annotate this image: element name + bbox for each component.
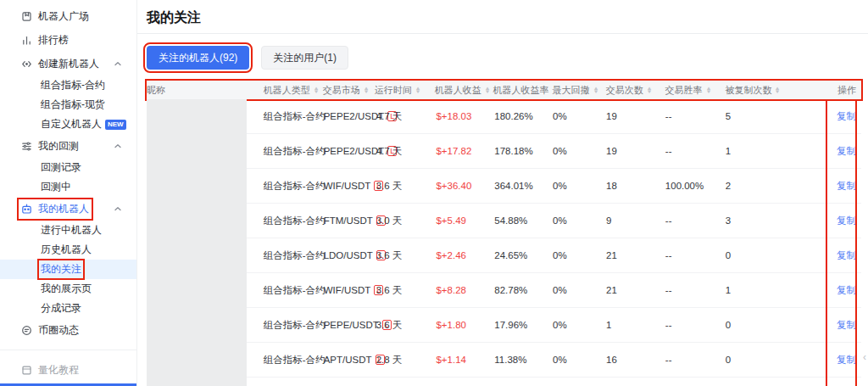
sort-icon[interactable]: ▲▼ bbox=[706, 87, 711, 93]
chevron-up-icon[interactable] bbox=[114, 205, 122, 212]
cell-profit-rate-text: 82.78% bbox=[494, 285, 527, 295]
column-header-label: 运行时间 bbox=[375, 84, 412, 97]
copy-button-text[interactable]: 复制 bbox=[837, 355, 856, 365]
cell-robot-type: 组合指标-合约 bbox=[264, 354, 324, 366]
copy-button[interactable]: 复制 bbox=[827, 145, 861, 158]
copy-button-text[interactable]: 复制 bbox=[837, 146, 856, 156]
cell-win-rate-text: -- bbox=[665, 320, 672, 330]
copy-button-text[interactable]: 复制 bbox=[837, 250, 856, 260]
sidebar-item-我的回测[interactable]: 我的回测 bbox=[0, 134, 136, 158]
sidebar-item-content: 进行中机器人 bbox=[41, 223, 102, 238]
column-header-机器人收益[interactable]: 机器人收益▲▼ bbox=[435, 81, 493, 99]
leaderboard-icon bbox=[21, 35, 32, 46]
copy-button[interactable]: 复制 bbox=[827, 180, 861, 193]
column-header-最大回撤[interactable]: 最大回撤▲▼ bbox=[553, 81, 606, 99]
sidebar-item-content: 分成记录 bbox=[41, 301, 81, 316]
copy-button[interactable]: 复制 bbox=[827, 354, 861, 366]
copy-button[interactable]: 复制 bbox=[827, 110, 861, 123]
cell-runtime: 3.6 天 bbox=[376, 319, 437, 332]
cell-win-rate: 100.00% bbox=[665, 181, 726, 191]
sidebar-item-量化教程[interactable]: 量化教程 bbox=[0, 358, 136, 382]
sidebar-item-回测中[interactable]: 回测中 bbox=[0, 177, 136, 197]
sidebar-item-币圈动态[interactable]: 币圈动态 bbox=[0, 318, 136, 342]
column-header-交易胜率[interactable]: 交易胜率▲▼ bbox=[665, 81, 726, 99]
copy-button[interactable]: 复制 bbox=[827, 284, 861, 297]
sidebar-item-机器人广场[interactable]: 机器人广场 bbox=[0, 4, 136, 28]
cell-trade-count-text: 21 bbox=[606, 285, 617, 295]
chevron-up-icon[interactable] bbox=[114, 143, 122, 149]
sort-icon[interactable]: ▲▼ bbox=[485, 87, 490, 93]
sidebar-item-分成记录[interactable]: 分成记录 bbox=[0, 299, 136, 318]
sidebar-item-回测记录[interactable]: 回测记录 bbox=[0, 158, 136, 177]
tab-followed-users[interactable]: 关注的用户(1) bbox=[261, 46, 348, 70]
tab-followed-robots[interactable]: 关注的机器人(92) bbox=[147, 46, 249, 70]
sidebar-item-我的展示页[interactable]: 我的展示页 bbox=[0, 279, 136, 299]
sidebar: 机器人广场排行榜创建新机器人组合指标-合约组合指标-现货自定义机器人NEW我的回… bbox=[0, 0, 137, 386]
sort-icon[interactable]: ▲▼ bbox=[593, 87, 598, 93]
copy-button-text[interactable]: 复制 bbox=[837, 285, 856, 295]
collapse-panel-icon[interactable]: ‹ bbox=[863, 351, 866, 363]
chevron-up-icon[interactable] bbox=[114, 60, 122, 67]
cell-runtime-text: 3.0 天 bbox=[376, 215, 403, 226]
cell-profit-text: $+1.14 bbox=[436, 355, 466, 365]
cell-profit: $+18.03 bbox=[436, 111, 494, 121]
column-header-机器人类型[interactable]: 机器人类型▲▼ bbox=[264, 81, 323, 99]
cell-profit-text: $+17.82 bbox=[436, 146, 471, 156]
sidebar-item-进行中机器人[interactable]: 进行中机器人 bbox=[0, 221, 136, 240]
cell-max-drawdown: 0% bbox=[553, 146, 606, 156]
column-header-运行时间[interactable]: 运行时间▲▼ bbox=[375, 81, 435, 99]
followed-robots-table: 昵称机器人类型▲▼交易市场▲▼运行时间▲▼机器人收益▲▼机器人收益率▲▼最大回撤… bbox=[147, 81, 861, 386]
sort-icon[interactable]: ▲▼ bbox=[314, 87, 319, 93]
cell-win-rate-text: -- bbox=[665, 111, 672, 121]
column-header-交易次数[interactable]: 交易次数▲▼ bbox=[606, 81, 665, 99]
cell-max-drawdown: 0% bbox=[553, 355, 606, 365]
sidebar-item-label: 币圈动态 bbox=[38, 323, 79, 338]
sidebar-item-创建新机器人[interactable]: 创建新机器人 bbox=[0, 52, 136, 76]
cell-runtime-text: 3.6 天 bbox=[376, 250, 403, 260]
column-header-交易市场[interactable]: 交易市场▲▼ bbox=[323, 81, 375, 99]
sidebar-item-组合指标-现货[interactable]: 组合指标-现货 bbox=[0, 95, 136, 115]
column-header-被复制次数[interactable]: 被复制次数▲▼ bbox=[725, 81, 826, 99]
cell-copied-count-text: 1 bbox=[726, 146, 731, 156]
cell-robot-type-text: 组合指标-合约 bbox=[264, 111, 326, 121]
copy-button-text[interactable]: 复制 bbox=[837, 111, 856, 121]
cell-robot-type-text: 组合指标-合约 bbox=[264, 146, 326, 156]
copy-button-text[interactable]: 复制 bbox=[837, 320, 856, 330]
column-header-机器人收益率[interactable]: 机器人收益率▲▼ bbox=[493, 81, 553, 99]
main-content: 我的关注 关注的机器人(92)关注的用户(1) 昵称机器人类型▲▼交易市场▲▼运… bbox=[137, 0, 868, 386]
sidebar-item-我的机器人[interactable]: 我的机器人 bbox=[0, 197, 136, 221]
copy-button[interactable]: 复制 bbox=[827, 249, 861, 262]
sort-icon[interactable]: ▲▼ bbox=[415, 87, 420, 93]
copy-button-text[interactable]: 复制 bbox=[837, 181, 856, 191]
sort-icon[interactable]: ▲▼ bbox=[364, 87, 369, 93]
cell-market: PEPE2/USDTL bbox=[324, 111, 376, 121]
cell-max-drawdown-text: 0% bbox=[553, 250, 567, 260]
copy-button[interactable]: 复制 bbox=[827, 319, 861, 332]
sort-icon[interactable]: ▲▼ bbox=[553, 87, 558, 93]
cell-max-drawdown: 0% bbox=[553, 111, 606, 121]
column-header-label: 交易市场 bbox=[323, 84, 360, 97]
copy-button-text[interactable]: 复制 bbox=[837, 215, 856, 226]
column-header-label: 机器人类型 bbox=[264, 84, 310, 97]
sidebar-item-自定义机器人[interactable]: 自定义机器人NEW bbox=[0, 115, 136, 134]
cell-max-drawdown-text: 0% bbox=[553, 146, 567, 156]
cell-market-text: FTM/USDT bbox=[324, 215, 373, 226]
copy-button[interactable]: 复制 bbox=[827, 215, 861, 227]
sort-icon[interactable]: ▲▼ bbox=[647, 87, 652, 93]
cell-copied-count: 1 bbox=[726, 146, 827, 156]
sidebar-item-历史机器人[interactable]: 历史机器人 bbox=[0, 240, 136, 260]
sidebar-item-我的关注[interactable]: 我的关注 bbox=[0, 260, 136, 279]
sidebar-item-content: 机器人广场 bbox=[21, 9, 89, 24]
sidebar-item-排行榜[interactable]: 排行榜 bbox=[0, 28, 136, 52]
sidebar-item-label: 组合指标-现货 bbox=[41, 98, 105, 112]
column-header-label: 操作 bbox=[837, 84, 856, 97]
cell-max-drawdown: 0% bbox=[553, 250, 606, 260]
cell-profit-rate-text: 54.88% bbox=[494, 215, 527, 226]
sidebar-item-label: 我的机器人 bbox=[38, 202, 89, 216]
cell-profit-rate-text: 178.18% bbox=[494, 146, 532, 156]
cell-profit-text: $+2.46 bbox=[436, 250, 466, 260]
sidebar-item-组合指标-合约[interactable]: 组合指标-合约 bbox=[0, 76, 136, 95]
sort-icon[interactable]: ▲▼ bbox=[775, 87, 780, 93]
cell-win-rate: -- bbox=[665, 355, 726, 365]
cell-runtime: 3.0 天 bbox=[376, 215, 437, 227]
